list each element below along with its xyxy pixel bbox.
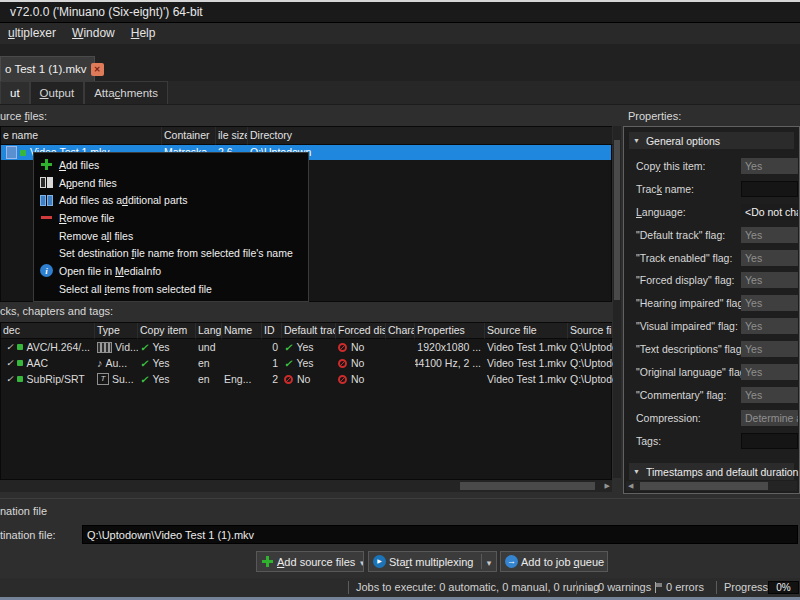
tracks-header-cell[interactable]: Copy item <box>138 323 196 339</box>
id-cell: 2 <box>262 371 282 387</box>
context-menu-item[interactable]: Append files <box>34 174 308 192</box>
menu-bar: ultiplexerWindowHelp <box>0 23 800 44</box>
general-options-section[interactable]: General options <box>629 132 794 149</box>
panel-horizontal-scrollbar[interactable]: ◀ <box>626 481 797 491</box>
start-multiplexing-button[interactable]: Start multiplexing <box>368 551 497 572</box>
property-label: Compression: <box>636 412 701 424</box>
chevron-down-icon[interactable] <box>355 556 364 568</box>
track-row[interactable]: AAC Au... Yes en 1 Yes No 44100 Hz, 2 ..… <box>1 355 611 371</box>
progress-value: 0% <box>776 582 790 593</box>
context-menu-item[interactable]: Select all items from selected file <box>34 280 308 298</box>
properties-cell <box>415 371 485 387</box>
add-to-job-queue-button[interactable]: Add to job queue <box>500 551 608 572</box>
properties-panel: General options Copy this item: Yes Trac… <box>623 126 800 494</box>
property-field[interactable]: Yes <box>741 272 798 288</box>
tracks-header-cell[interactable]: Forced dis <box>336 323 386 339</box>
property-label: "Hearing impaired" flag: <box>636 297 746 309</box>
context-menu-item[interactable]: Open file in MediaInfo <box>34 262 308 280</box>
file-tab[interactable]: o Test 1 (1).mkv <box>0 56 95 81</box>
splitter[interactable] <box>0 498 800 499</box>
menu-item-icon <box>34 244 59 262</box>
context-menu-item[interactable]: Set destination file name from selected … <box>34 244 308 262</box>
add-icon <box>261 555 274 568</box>
destination-file-input[interactable] <box>82 525 798 544</box>
context-menu: Add files Append files Add files as addi… <box>33 152 309 302</box>
menu-item[interactable]: Window <box>64 23 123 44</box>
play-icon <box>373 555 386 568</box>
property-row: Track name: <box>624 179 800 202</box>
property-field[interactable]: Determine a <box>741 410 798 426</box>
timestamps-section[interactable]: Timestamps and default duration <box>629 463 794 480</box>
chevron-down-icon[interactable] <box>604 556 608 568</box>
add-source-files-button[interactable]: Add source files <box>256 551 364 572</box>
property-field[interactable]: Yes <box>741 250 798 266</box>
mkvtoolnix-window: v72.0.0 ('Minuano (Six-eight)') 64-bit u… <box>0 0 800 600</box>
menu-item-icon <box>34 156 59 174</box>
property-field[interactable]: Yes <box>741 158 798 174</box>
tracks-header-cell[interactable]: Source file <box>485 323 568 339</box>
chevron-down-icon[interactable] <box>482 556 496 568</box>
panel-hscrollbar-thumb[interactable] <box>640 482 768 490</box>
property-field[interactable] <box>741 181 798 197</box>
yes-icon <box>140 356 148 371</box>
close-icon[interactable] <box>91 63 104 76</box>
property-row: "Hearing impaired" flag: Yes <box>624 293 800 316</box>
header-file-size[interactable]: ile size <box>216 127 248 145</box>
menu-item-icon <box>34 174 59 192</box>
tracks-header-cell[interactable]: dec <box>1 323 95 339</box>
no-icon <box>338 375 347 384</box>
property-field[interactable]: Yes <box>741 387 798 403</box>
status-divider <box>348 581 349 594</box>
subtab[interactable]: Attachments <box>84 81 168 104</box>
characters-cell <box>386 339 415 355</box>
property-label: Tags: <box>636 435 661 447</box>
tracks-header-cell[interactable]: Default trac <box>282 323 336 339</box>
tracks-hscrollbar-thumb[interactable] <box>460 482 595 490</box>
track-row[interactable]: AVC/H.264/... Vid... Yes und 0 Yes No 19… <box>1 339 611 355</box>
scroll-left-icon[interactable]: ◀ <box>628 480 633 492</box>
add-source-files-label: Add source files <box>277 556 355 568</box>
context-menu-item[interactable]: Add files <box>34 156 308 174</box>
tracks-header: decTypeCopy itemLanguNameIDDefault tracF… <box>1 323 611 339</box>
menu-item-icon <box>34 262 59 280</box>
vertical-scrollbar[interactable] <box>613 126 621 478</box>
track-type-icon <box>97 356 103 371</box>
property-field[interactable]: Yes <box>741 364 798 380</box>
tracks-header-cell[interactable]: Chara <box>386 323 415 339</box>
property-field[interactable]: Yes <box>741 341 798 357</box>
vertical-scrollbar-thumb[interactable] <box>614 140 620 300</box>
property-field[interactable] <box>741 433 798 449</box>
context-menu-item[interactable]: Add files as additional parts <box>34 191 308 209</box>
header-directory[interactable]: Directory <box>248 127 613 145</box>
header-file-name[interactable]: e name <box>1 127 162 145</box>
tracks-header-cell[interactable]: Source file' <box>568 323 613 339</box>
source-files-label: urce files: <box>0 110 47 122</box>
file-tab-label: o Test 1 (1).mkv <box>5 63 87 75</box>
menu-item[interactable]: Help <box>123 23 164 44</box>
menu-item[interactable]: ultiplexer <box>0 23 64 44</box>
scroll-right-icon[interactable]: ▶ <box>605 480 610 492</box>
context-menu-item[interactable]: Remove all files <box>34 227 308 245</box>
header-container[interactable]: Container <box>162 127 216 145</box>
property-field[interactable]: <Do not cha <box>741 204 798 220</box>
track-row[interactable]: SubRip/SRT Su... Yes en Eng... 2 No No V… <box>1 371 611 387</box>
no-icon <box>338 359 347 368</box>
tracks-header-cell[interactable]: Properties <box>415 323 485 339</box>
subtab[interactable]: Output <box>30 81 85 104</box>
subtab[interactable]: ut <box>0 81 30 104</box>
title-bar[interactable]: v72.0.0 ('Minuano (Six-eight)') 64-bit <box>0 2 800 23</box>
tracks-header-cell[interactable]: ID <box>262 323 282 339</box>
property-field[interactable]: Yes <box>741 227 798 243</box>
tracks-header-cell[interactable]: Type <box>95 323 138 339</box>
tracks-horizontal-scrollbar[interactable]: ▶ <box>0 480 612 492</box>
document-tab-bar <box>0 44 800 81</box>
tracks-rows: AVC/H.264/... Vid... Yes und 0 Yes No 19… <box>1 339 611 387</box>
property-row: "Text descriptions" flag: Yes <box>624 339 800 362</box>
property-field[interactable]: Yes <box>741 295 798 311</box>
property-field[interactable]: Yes <box>741 318 798 334</box>
context-menu-item[interactable]: Remove file <box>34 209 308 227</box>
file-status-dot <box>20 150 26 156</box>
tracks-header-cell[interactable]: Name <box>222 323 262 339</box>
menu-item-label: Append files <box>59 177 117 189</box>
tracks-header-cell[interactable]: Langu <box>196 323 222 339</box>
